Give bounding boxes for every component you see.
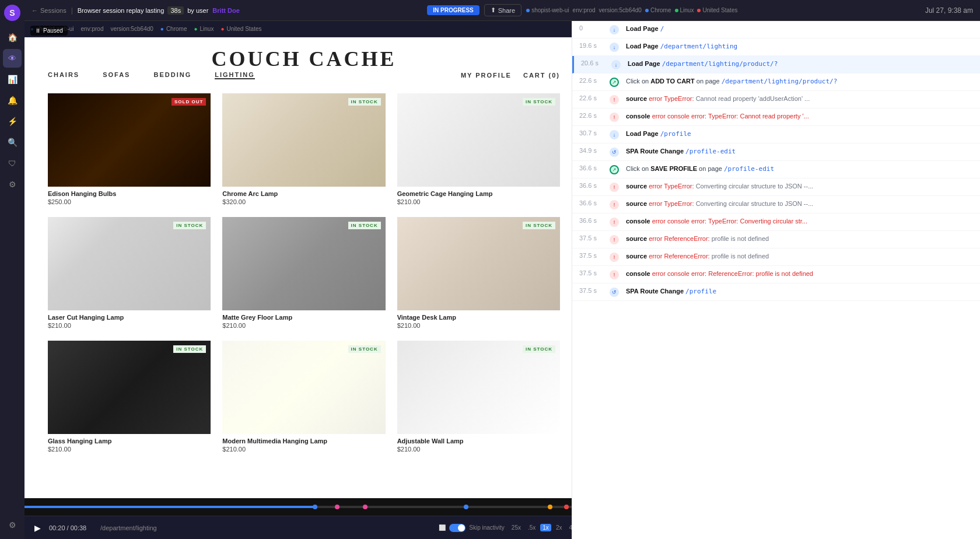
event-row[interactable]: 36.6 s ! console error console error: Ty… — [572, 214, 980, 231]
product-card[interactable]: IN STOCK Adjustable Wall Lamp $210.00 — [397, 341, 560, 453]
event-row[interactable]: 22.6 s ↗ Click on ADD TO CART on page /d… — [572, 74, 980, 91]
product-card[interactable]: IN STOCK Glass Hanging Lamp $210.00 — [48, 341, 211, 453]
sidebar-logo: S — [4, 5, 20, 21]
event-row[interactable]: 20.6 s ↓ Load Page /department/lighting/… — [572, 56, 980, 74]
event-row[interactable]: 34.9 s ↺ SPA Route Change /profile-edit — [572, 144, 980, 161]
product-badge: IN STOCK — [523, 345, 555, 353]
product-badge: IN STOCK — [348, 345, 381, 353]
event-row[interactable]: 36.6 s ↗ Click on SAVE PROFILE on page /… — [572, 161, 980, 178]
event-time: 34.9 s — [579, 147, 603, 154]
event-row[interactable]: 30.7 s ↓ Load Page /profile — [572, 126, 980, 144]
sessions-label: Sessions — [40, 7, 66, 14]
nav-profile[interactable]: MY PROFILE — [461, 72, 512, 79]
event-icon: ! — [610, 218, 619, 227]
sessions-button[interactable]: ← Sessions — [32, 7, 66, 14]
sidebar-icon-settings[interactable]: ⚙ — [3, 516, 22, 534]
event-icon: ↗ — [610, 165, 619, 174]
product-card[interactable]: IN STOCK Geometric Cage Hanging Lamp $21… — [397, 93, 560, 205]
event-row[interactable]: 36.6 s ! source error TypeError: Convert… — [572, 196, 980, 214]
product-card[interactable]: IN STOCK Chrome Arc Lamp $320.00 — [222, 93, 385, 205]
browser-meta-bar: ● shopist-web-ui env:prod version:5cb64d… — [24, 21, 583, 37]
event-row[interactable]: 0 ↓ Load Page / — [572, 21, 980, 38]
product-card[interactable]: IN STOCK Vintage Desk Lamp $210.00 — [397, 217, 560, 329]
sidebar-icon-search[interactable]: 🔍 — [3, 133, 22, 152]
event-row[interactable]: 22.6 s ! console error console error: Ty… — [572, 108, 980, 126]
share-button[interactable]: ⬆ Share — [484, 4, 522, 16]
event-icon: ↺ — [610, 148, 619, 157]
nav-bedding[interactable]: BEDDING — [153, 71, 191, 79]
event-description: Click on SAVE PROFILE on page /profile-e… — [626, 165, 774, 172]
replay-duration: 38s — [167, 6, 184, 15]
event-row[interactable]: 22.6 s ! source error TypeError: Cannot … — [572, 91, 980, 108]
event-row[interactable]: 36.6 s ! source error TypeError: Convert… — [572, 178, 980, 196]
nav-lighting[interactable]: LIGHTING — [215, 71, 255, 79]
event-row[interactable]: 37.5 s ! source error ReferenceError: pr… — [572, 231, 980, 249]
sidebar-icon-replay[interactable]: 👁 — [3, 49, 22, 68]
shop-page: COUCH CACHE CHAIRS SOFAS BEDDING LIGHTIN… — [24, 37, 583, 498]
meta-os: Linux — [675, 7, 694, 13]
nav-cart[interactable]: CART (0) — [523, 72, 560, 79]
event-time: 22.6 s — [579, 94, 603, 102]
product-image: IN STOCK — [48, 341, 211, 434]
meta-version-label: version:5cb64d0 — [110, 26, 153, 32]
event-content: console error console error: TypeError: … — [626, 112, 973, 120]
event-list: 0 ↓ Load Page / 19.6 s ↓ Load Page /depa… — [572, 21, 980, 539]
nav-chairs[interactable]: CHAIRS — [48, 71, 79, 79]
sidebar-icon-security[interactable]: 🛡 — [3, 154, 22, 173]
event-time: 37.5 s — [579, 235, 603, 242]
products-grid: SOLD OUT Edison Hanging Bulbs $250.00 IN… — [24, 84, 583, 462]
replay-description: Browser session replay lasting 38s by us… — [78, 7, 240, 14]
sidebar-icon-analytics[interactable]: 📊 — [3, 70, 22, 89]
event-icon: ! — [610, 183, 619, 192]
play-button[interactable]: ▶ — [30, 521, 44, 535]
sidebar: S 🏠 👁 📊 🔔 ⚡ 🔍 🛡 ⚙ ⚙ — [0, 0, 24, 539]
product-image: IN STOCK — [48, 217, 211, 310]
event-time: 30.7 s — [579, 130, 603, 136]
speed-25x[interactable]: 25x — [509, 524, 523, 531]
event-description: Load Page /department/lighting — [626, 43, 737, 50]
product-card[interactable]: IN STOCK Modern Multimedia Hanging Lamp … — [222, 341, 385, 453]
meta-browser: Chrome — [645, 7, 671, 13]
sidebar-icon-apm[interactable]: ⚡ — [3, 112, 22, 131]
event-content: source error TypeError: Converting circu… — [626, 200, 973, 208]
timeline-marker-1 — [313, 505, 317, 509]
sidebar-icon-tests[interactable]: ⚙ — [3, 175, 22, 194]
speed-5x[interactable]: .5x — [526, 524, 538, 531]
event-icon: ! — [610, 95, 619, 104]
product-name: Modern Multimedia Hanging Lamp — [222, 438, 385, 444]
event-row[interactable]: 37.5 s ! console error console error: Re… — [572, 266, 980, 284]
product-name: Chrome Arc Lamp — [222, 190, 385, 197]
meta-version: version:5cb64d0 — [599, 7, 642, 13]
topbar-meta: shopist-web-ui env:prod version:5cb64d0 … — [526, 7, 737, 13]
event-row[interactable]: 19.6 s ↓ Load Page /department/lighting — [572, 38, 980, 56]
sidebar-icon-home[interactable]: 🏠 — [3, 28, 22, 47]
skip-inactivity-control[interactable]: ⬜ Skip inactivity — [439, 524, 505, 532]
nav-sofas[interactable]: SOFAS — [103, 71, 130, 79]
event-description: Load Page / — [626, 25, 664, 32]
topbar-divider: | — [71, 6, 73, 15]
event-content: Load Page /department/lighting — [626, 42, 973, 50]
product-name: Vintage Desk Lamp — [397, 314, 560, 321]
event-content: source error ReferenceError: profile is … — [626, 252, 973, 260]
event-row[interactable]: 37.5 s ! source error ReferenceError: pr… — [572, 249, 980, 266]
product-card[interactable]: IN STOCK Matte Grey Floor Lamp $210.00 — [222, 217, 385, 329]
session-date: Jul 27, 9:38 am — [925, 6, 973, 15]
product-name: Adjustable Wall Lamp — [397, 438, 560, 444]
event-description: source error ReferenceError: profile is … — [626, 235, 769, 242]
timeline-marker-4 — [464, 505, 468, 509]
speed-2x[interactable]: 2x — [554, 524, 565, 531]
product-card[interactable]: IN STOCK Laser Cut Hanging Lamp $210.00 — [48, 217, 211, 329]
svg-text:S: S — [9, 8, 15, 18]
skip-toggle[interactable] — [449, 524, 466, 532]
product-name: Edison Hanging Bulbs — [48, 190, 211, 197]
event-row[interactable]: 37.5 s ↺ SPA Route Change /profile — [572, 284, 980, 301]
event-description: SPA Route Change /profile — [626, 288, 716, 295]
sidebar-icon-alerts[interactable]: 🔔 — [3, 91, 22, 110]
event-icon: ↓ — [610, 130, 619, 139]
speed-1x[interactable]: 1x — [540, 524, 551, 531]
paused-badge: ⏸ Paused — [30, 26, 68, 36]
timeline-scrubber[interactable] — [24, 498, 583, 516]
timeline-track — [24, 506, 583, 508]
product-card[interactable]: SOLD OUT Edison Hanging Bulbs $250.00 — [48, 93, 211, 205]
meta-us-label: ● United States — [220, 26, 261, 32]
